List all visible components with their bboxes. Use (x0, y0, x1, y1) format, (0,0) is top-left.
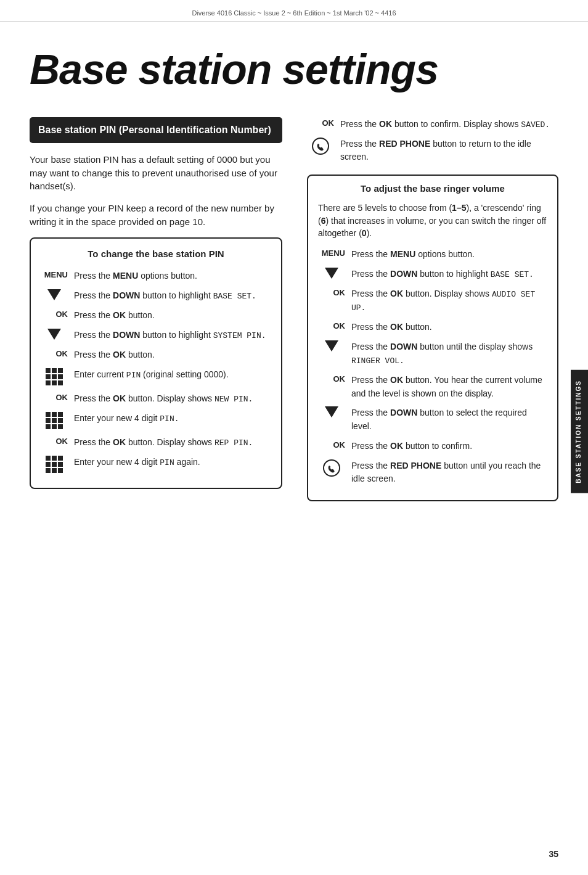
step-label (41, 455, 68, 473)
step-text: Press the OK button. (74, 350, 155, 359)
step-text: Press the RED PHONE button to return to … (340, 139, 531, 162)
step-label: OK (41, 435, 68, 448)
arrow-down-icon (47, 329, 61, 340)
step-label (318, 459, 345, 477)
step-row: Enter your new 4 digit PIN. (41, 411, 271, 429)
svg-point-1 (324, 460, 340, 476)
step-row: MENUPress the MENU options button. (318, 247, 547, 261)
pin-intro-2: If you change your PIN keep a record of … (30, 202, 282, 229)
step-row: OKPress the OK button. Display shows REP… (41, 435, 271, 449)
step-row: Enter your new 4 digit PIN again. (41, 455, 271, 473)
step-label (41, 411, 68, 429)
page-title: Base station settings (0, 22, 588, 117)
step-row: OKPress the OK button. Display shows AUD… (318, 287, 547, 314)
step-label: OK (41, 348, 68, 360)
step-icon (41, 329, 68, 340)
step-label (318, 340, 345, 351)
step-label: OK (318, 287, 345, 299)
ringer-intro: There are 5 levels to choose from (1–5),… (318, 202, 547, 240)
step-text: Enter your new 4 digit PIN. (74, 413, 179, 423)
ringer-box-title: To adjust the base ringer volume (318, 182, 547, 195)
red-phone-icon (323, 459, 340, 477)
step-row: OKPress the OK button. Display shows NEW… (41, 392, 271, 405)
step-label: OK (41, 392, 68, 404)
step-label: MENU (41, 269, 68, 281)
left-steps: MENUPress the MENU options button.Press … (41, 269, 271, 473)
step-icon (41, 289, 68, 300)
red-phone-icon (312, 138, 329, 155)
header-text: Diverse 4016 Classic ~ Issue 2 ~ 6th Edi… (192, 9, 396, 17)
step-icon (318, 268, 345, 279)
step-text: Press the OK button to confirm. (351, 441, 472, 451)
step-row: Press the RED PHONE button until you rea… (318, 459, 547, 486)
step-row: OKPress the OK button. (318, 320, 547, 334)
step-text: Press the OK button. Display shows REP P… (74, 437, 253, 447)
step-text: Enter current PIN (original setting 0000… (74, 369, 229, 379)
right-top-steps: OKPress the OK button to confirm. Displa… (307, 117, 558, 164)
step-icon (318, 459, 345, 477)
step-label (318, 267, 345, 279)
page-header: Diverse 4016 Classic ~ Issue 2 ~ 6th Edi… (0, 0, 588, 22)
step-text: Press the DOWN button to select the requ… (351, 408, 527, 431)
step-row: OKPress the OK button. You hear the curr… (318, 373, 547, 400)
step-label: OK (307, 117, 334, 129)
step-row: OKPress the OK button. (41, 308, 271, 322)
arrow-down-icon (325, 268, 338, 279)
step-text: Press the DOWN button to highlight BASE … (74, 290, 256, 300)
step-text: Press the DOWN button until the display … (351, 342, 533, 365)
keypad-icon (46, 412, 63, 429)
step-label (307, 137, 334, 155)
step-icon (318, 340, 345, 351)
arrow-down-icon (47, 289, 61, 300)
step-row: OKPress the OK button to confirm. Displa… (307, 117, 558, 131)
step-label (41, 368, 68, 385)
step-text: Press the MENU options button. (351, 249, 475, 259)
step-text: Press the OK button. Display shows NEW P… (74, 393, 253, 403)
right-column: OKPress the OK button to confirm. Displa… (295, 117, 558, 514)
step-label (318, 406, 345, 417)
pin-section-heading: Base station PIN (Personal Identificatio… (30, 117, 282, 143)
step-label: MENU (318, 247, 345, 260)
change-pin-box: To change the base station PIN MENUPress… (30, 237, 282, 490)
keypad-icon (46, 456, 63, 473)
step-text: Press the OK button. (74, 310, 155, 320)
step-text: Press the OK button. You hear the curren… (351, 375, 542, 398)
step-row: Press the RED PHONE button to return to … (307, 137, 558, 164)
step-row: Press the DOWN button to highlight SYSTE… (41, 328, 271, 342)
step-row: OKPress the OK button to confirm. (318, 439, 547, 453)
step-label: OK (318, 373, 345, 385)
arrow-down-icon (325, 406, 338, 417)
step-text: There are 5 levels to choose from (1–5),… (318, 203, 546, 238)
ringer-section-box: To adjust the base ringer volume There a… (307, 175, 558, 501)
keypad-icon (46, 368, 63, 385)
step-row: Press the DOWN button to highlight BASE … (318, 267, 547, 281)
step-label: OK (41, 308, 68, 321)
step-text: Press the MENU options button. (74, 271, 197, 281)
step-row: MENUPress the MENU options button. (41, 269, 271, 282)
right-top-steps-list: OKPress the OK button to confirm. Displa… (307, 117, 558, 164)
step-text: Press the RED PHONE button until you rea… (351, 461, 541, 484)
pin-intro-1: Your base station PIN has a default sett… (30, 153, 282, 193)
step-label: OK (318, 320, 345, 332)
step-text: Press the OK button. Display shows AUDIO… (351, 289, 535, 312)
step-row: Press the DOWN button until the display … (318, 340, 547, 367)
step-row: Enter current PIN (original setting 0000… (41, 368, 271, 385)
step-text: Press the OK button to confirm. Display … (340, 119, 550, 129)
change-pin-box-title: To change the base station PIN (41, 247, 271, 261)
step-row: OKPress the OK button. (41, 348, 271, 361)
step-icon (307, 138, 334, 155)
step-label (41, 289, 68, 300)
side-tab: BASE STATION SETTINGS (571, 370, 588, 493)
step-icon (41, 412, 68, 429)
svg-point-0 (312, 138, 329, 154)
step-label: OK (318, 439, 345, 451)
step-icon (41, 368, 68, 385)
step-text: Press the DOWN button to highlight SYSTE… (74, 330, 266, 340)
left-column: Base station PIN (Personal Identificatio… (30, 117, 295, 514)
page-number: 35 (549, 848, 558, 860)
ringer-steps: MENUPress the MENU options button.Press … (318, 247, 547, 485)
step-icon (41, 456, 68, 473)
arrow-down-icon (325, 340, 338, 351)
content-area: Base station PIN (Personal Identificatio… (0, 117, 588, 514)
step-icon (318, 406, 345, 417)
